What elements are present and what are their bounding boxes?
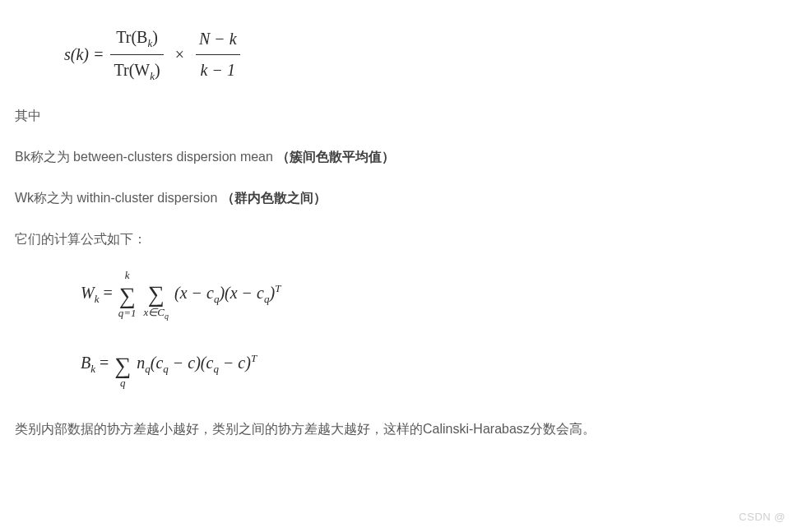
fraction-tr: Tr(Bk) Tr(Wk)	[110, 23, 163, 86]
bk-text: Bk称之为 between-clusters dispersion mean	[15, 150, 276, 164]
trace-wk: Tr(Wk)	[110, 55, 163, 86]
wk-lhs: Wk =	[81, 279, 113, 309]
bk-term: nq(cq − c)(cq − c)T	[137, 349, 257, 379]
formula-bk: Bk = ∑ q nq(cq − c)(cq − c)T	[81, 340, 787, 388]
formula-wk-bk: Wk = k ∑ q=1 ∑ x∈Cq (x − cq)(x − cq)T Bk…	[81, 269, 787, 389]
bk-definition: Bk称之为 between-clusters dispersion mean （…	[15, 146, 787, 169]
sigma-icon: ∑	[148, 283, 165, 306]
formula-sk: s(k) = Tr(Bk) Tr(Wk) × N − k k − 1	[64, 23, 787, 86]
trace-bk: Tr(Bk)	[110, 23, 163, 55]
n-minus-k: N − k	[196, 25, 240, 55]
conclusion-text: 类别内部数据的协方差越小越好，类别之间的协方差越大越好，这样的Calinski-…	[15, 418, 787, 441]
k-minus-1: k − 1	[196, 55, 240, 85]
wk-term: (x − cq)(x − cq)T	[174, 279, 280, 309]
sum-bk: ∑ q	[114, 340, 131, 388]
fraction-nk: N − k k − 1	[196, 25, 240, 85]
wk-definition: Wk称之为 within-cluster dispersion （群内色散之间）	[15, 187, 787, 210]
sum-outer: k ∑ q=1	[118, 270, 137, 318]
sigma-icon: ∑	[119, 285, 136, 308]
sk-lhs: s(k) =	[64, 40, 104, 69]
sigma-icon: ∑	[114, 354, 131, 377]
formula-wk: Wk = k ∑ q=1 ∑ x∈Cq (x − cq)(x − cq)T	[81, 269, 787, 321]
bk-lhs: Bk =	[81, 349, 109, 379]
times-symbol: ×	[175, 40, 184, 69]
wk-text: Wk称之为 within-cluster dispersion	[15, 191, 221, 205]
sum-inner: ∑ x∈Cq	[144, 269, 169, 321]
wk-bold-cn: （群内色散之间）	[221, 191, 327, 205]
where-label: 其中	[15, 104, 787, 127]
watermark-text: CSDN @	[739, 508, 786, 527]
formula-intro: 它们的计算公式如下：	[15, 228, 787, 251]
bk-bold-cn: （簇间色散平均值）	[276, 150, 395, 164]
